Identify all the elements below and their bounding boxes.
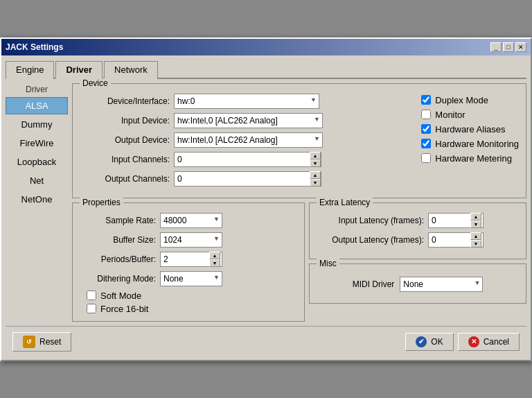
- periods-buffer-spinner-buttons: ▲ ▼: [209, 252, 220, 267]
- buffer-size-label: Buffer Size:: [80, 235, 156, 245]
- force-16bit-row: Force 16-bit: [87, 304, 297, 314]
- output-latency-down[interactable]: ▼: [470, 240, 481, 248]
- input-device-label: Input Device:: [80, 116, 170, 126]
- window-content: Engine Driver Network Driver ALSA Dummy: [1, 55, 531, 360]
- output-latency-spinner: ▲ ▼: [428, 232, 484, 248]
- title-bar-controls: _ □ ✕: [490, 42, 526, 52]
- output-device-select[interactable]: hw:Intel,0 [ALC262 Analog]: [174, 132, 323, 148]
- bottom-panels: Properties Sample Rate: 44100 48000 9600…: [72, 202, 526, 322]
- input-latency-down[interactable]: ▼: [470, 220, 481, 228]
- monitor-row: Monitor: [421, 110, 519, 120]
- input-latency-spinner-buttons: ▲ ▼: [470, 213, 481, 228]
- output-channels-down[interactable]: ▼: [310, 179, 321, 187]
- sidebar-item-netone[interactable]: NetOne: [6, 191, 68, 208]
- properties-group: Properties Sample Rate: 44100 48000 9600…: [72, 202, 305, 322]
- sample-rate-select[interactable]: 44100 48000 96000 192000: [160, 213, 222, 228]
- misc-title: Misc: [317, 259, 339, 268]
- duplex-mode-row: Duplex Mode: [421, 95, 519, 105]
- output-latency-up[interactable]: ▲: [470, 232, 481, 240]
- tab-network[interactable]: Network: [104, 61, 158, 79]
- cancel-icon: ✕: [468, 336, 479, 347]
- duplex-mode-checkbox[interactable]: [421, 95, 431, 105]
- periods-buffer-down[interactable]: ▼: [209, 259, 220, 267]
- properties-group-title: Properties: [80, 198, 123, 207]
- periods-buffer-up[interactable]: ▲: [209, 252, 220, 259]
- monitor-checkbox[interactable]: [421, 110, 431, 119]
- periods-buffer-label: Periods/Buffer:: [80, 254, 156, 264]
- monitor-label: Monitor: [435, 110, 465, 120]
- dithering-mode-row: Dithering Mode: None Rectangular Shaped …: [80, 271, 297, 286]
- output-latency-label: Output Latency (frames):: [317, 235, 424, 245]
- sidebar-item-dummy[interactable]: Dummy: [6, 116, 68, 133]
- tab-engine[interactable]: Engine: [6, 61, 54, 79]
- title-bar: JACK Settings _ □ ✕: [1, 39, 531, 55]
- hardware-aliases-label: Hardware Aliases: [435, 124, 505, 135]
- output-channels-up[interactable]: ▲: [310, 171, 321, 179]
- output-channels-spinner-buttons: ▲ ▼: [310, 171, 321, 187]
- dithering-mode-label: Dithering Mode:: [80, 274, 156, 284]
- tab-driver[interactable]: Driver: [55, 61, 103, 79]
- input-latency-row: Input Latency (frames): ▲ ▼: [317, 213, 519, 228]
- midi-driver-select-wrap: None seq raw: [400, 277, 483, 292]
- device-right-options: Duplex Mode Monitor Hardware Aliases: [421, 94, 519, 191]
- reset-button[interactable]: ↺ Reset: [12, 332, 71, 352]
- tab-bar: Engine Driver Network: [6, 60, 526, 79]
- device-interface-row: Device/Interface: hw:0: [80, 94, 414, 109]
- close-button[interactable]: ✕: [515, 42, 526, 52]
- output-channels-input[interactable]: [175, 172, 310, 186]
- sidebar-item-firewire[interactable]: FireWire: [6, 135, 68, 152]
- sample-rate-label: Sample Rate:: [80, 216, 156, 225]
- minimize-button[interactable]: _: [490, 42, 502, 52]
- sidebar-label: Driver: [6, 83, 68, 96]
- input-latency-label: Input Latency (frames):: [317, 216, 424, 225]
- periods-buffer-spinner: ▲ ▼: [160, 252, 222, 267]
- soft-force-options: Soft Mode Force 16-bit: [80, 291, 297, 314]
- extra-misc-panel: Extra Latency Input Latency (frames): ▲ …: [309, 202, 526, 322]
- input-channels-input[interactable]: [175, 153, 310, 166]
- device-interface-select-wrap: hw:0: [174, 94, 319, 109]
- periods-buffer-input[interactable]: [161, 252, 209, 266]
- duplex-mode-label: Duplex Mode: [435, 95, 488, 105]
- output-device-label: Output Device:: [80, 135, 170, 145]
- reset-icon: ↺: [23, 336, 35, 348]
- input-latency-input[interactable]: [429, 214, 470, 227]
- input-channels-up[interactable]: ▲: [310, 152, 321, 159]
- device-interface-select[interactable]: hw:0: [174, 94, 319, 109]
- input-channels-label: Input Channels:: [80, 155, 170, 164]
- hardware-monitoring-checkbox[interactable]: [421, 139, 431, 148]
- sample-rate-row: Sample Rate: 44100 48000 96000 192000: [80, 213, 297, 228]
- dithering-mode-select-wrap: None Rectangular Shaped Triangular: [160, 271, 222, 286]
- input-device-select[interactable]: hw:Intel,0 [ALC262 Analog]: [174, 113, 323, 128]
- output-channels-row: Output Channels: ▲ ▼: [80, 171, 414, 187]
- device-section: Device/Interface: hw:0 Input Device:: [80, 94, 519, 191]
- maximize-button[interactable]: □: [503, 42, 514, 52]
- input-latency-up[interactable]: ▲: [470, 213, 481, 220]
- footer: ↺ Reset ✔ OK ✕ Cancel: [6, 326, 526, 356]
- dithering-mode-select[interactable]: None Rectangular Shaped Triangular: [160, 271, 222, 286]
- jack-settings-window: JACK Settings _ □ ✕ Engine Driver Networ…: [0, 37, 532, 361]
- sidebar-item-alsa[interactable]: ALSA: [6, 97, 68, 114]
- input-channels-down[interactable]: ▼: [310, 159, 321, 167]
- midi-driver-select[interactable]: None seq raw: [400, 277, 483, 292]
- hardware-monitoring-label: Hardware Monitoring: [435, 139, 519, 149]
- soft-mode-row: Soft Mode: [87, 291, 297, 301]
- input-device-select-wrap: hw:Intel,0 [ALC262 Analog]: [174, 113, 323, 128]
- sidebar-item-net[interactable]: Net: [6, 172, 68, 189]
- hardware-metering-checkbox[interactable]: [421, 153, 431, 163]
- output-latency-input[interactable]: [429, 233, 470, 247]
- output-channels-spinner: ▲ ▼: [174, 171, 321, 187]
- extra-latency-group: Extra Latency Input Latency (frames): ▲ …: [309, 202, 526, 259]
- device-left: Device/Interface: hw:0 Input Device:: [80, 94, 414, 191]
- hardware-aliases-checkbox[interactable]: [421, 124, 431, 134]
- sidebar-item-loopback[interactable]: Loopback: [6, 153, 68, 171]
- soft-mode-checkbox[interactable]: [87, 291, 96, 300]
- midi-driver-label: MIDI Driver: [353, 279, 395, 289]
- output-device-row: Output Device: hw:Intel,0 [ALC262 Analog…: [80, 132, 414, 148]
- input-device-row: Input Device: hw:Intel,0 [ALC262 Analog]: [80, 113, 414, 128]
- output-device-select-wrap: hw:Intel,0 [ALC262 Analog]: [174, 132, 323, 148]
- ok-button[interactable]: ✔ OK: [405, 333, 453, 351]
- force-16bit-checkbox[interactable]: [87, 304, 96, 313]
- buffer-size-select[interactable]: 64 128 256 512 1024 2048 4096: [160, 232, 222, 248]
- cancel-button[interactable]: ✕ Cancel: [458, 333, 520, 351]
- ok-icon: ✔: [416, 336, 427, 347]
